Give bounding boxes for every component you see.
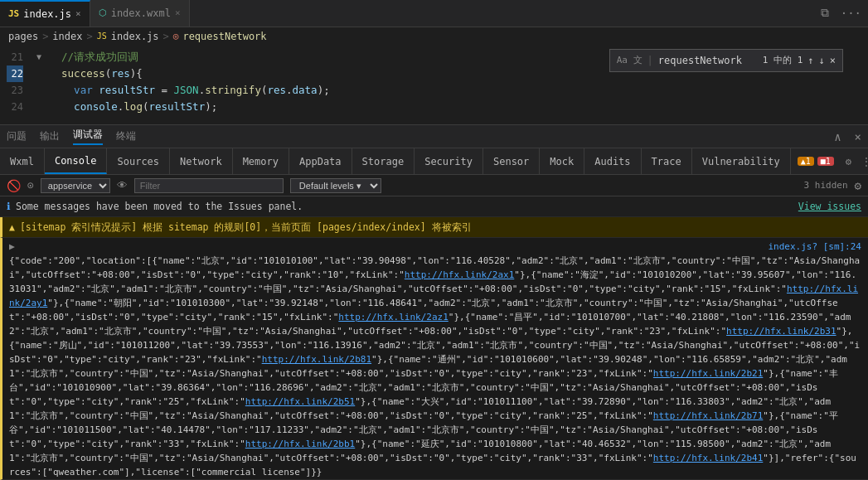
line-numbers: 21 22 23 24 [0,46,33,124]
console-settings-icon[interactable]: ⚙ [855,179,861,192]
error-badge: ■1 [817,157,834,166]
tab-settings-btn[interactable]: ⚙ [841,156,856,167]
tab-more-btn[interactable]: ⋮ [856,156,868,167]
search-prev-button[interactable]: ↑ [807,55,813,66]
source-selector[interactable]: appservice [41,178,110,193]
tab-more-button[interactable]: ··· [834,7,868,20]
json-content: {"code":"200","location":[{"name":"北京","… [9,254,861,478]
tab-wxml-label: index.wxml [111,7,171,19]
tab-memory[interactable]: Memory [233,148,289,174]
console-toolbar: 🚫 ⊙ appservice 👁 Default levels ▾ 3 hidd… [0,175,868,196]
tab-js-close[interactable]: × [75,8,81,19]
log-level-select[interactable]: Default levels ▾ [290,178,381,193]
tab-mock[interactable]: Mock [540,148,584,174]
breadcrumb: pages > index > JS index.js > ◎ requestN… [0,27,868,46]
code-line-23: var resultStr = JSON.stringify(res.data)… [49,82,868,99]
clear-console-button[interactable]: 🚫 [7,179,21,192]
view-issues-link[interactable]: View issues [798,199,861,214]
console-warning-msg: ▲ [sitemap 索引情况提示] 根据 sitemap 的规则[0]，当前页… [0,217,868,238]
code-editor: 21 22 23 24 ▼ //请求成功回调 success(res){ var… [0,46,868,124]
js-icon: JS [8,8,19,19]
eye-icon[interactable]: 👁 [117,179,128,192]
search-label: Aa 文 [617,54,643,66]
code-line-24: console.log(resultStr); [49,99,868,115]
devtools-close-button[interactable]: × [855,130,861,143]
search-close-button[interactable]: × [830,55,836,66]
tab-console[interactable]: Console [45,148,108,174]
tab-index-wxml[interactable]: ⬡ index.wxml × [90,0,190,27]
tab-sensor[interactable]: Sensor [483,148,540,174]
info-text: Some messages have been moved to the Iss… [16,199,790,214]
console-messages[interactable]: ℹ Some messages have been moved to the I… [0,196,868,480]
editor-search-box: Aa 文 | 1 中的 1 ↑ ↓ × [609,49,843,72]
breadcrumb-sep2: > [86,31,92,42]
tab-network[interactable]: Network [170,148,233,174]
wxml-icon: ⬡ [99,7,107,18]
hidden-count: 3 hidden [804,180,848,191]
breadcrumb-func-icon: ◎ [173,31,179,41]
json-source-ref[interactable]: index.js? [sm]:24 [768,240,861,254]
json-data-block[interactable]: ▶ index.js? [sm]:24 {"code":"200","locat… [0,238,868,480]
tab-js-label: index.js [23,8,71,20]
tab-audits[interactable]: Audits [584,148,641,174]
devtools-tab-output[interactable]: 输出 [40,129,60,143]
devtools-top-bar: 问题 输出 调试器 终端 ∧ × [0,125,868,148]
breadcrumb-func-name: requestNetwork [182,31,266,42]
tab-trace[interactable]: Trace [642,148,692,174]
breadcrumb-sep3: > [163,31,169,42]
console-info-msg: ℹ Some messages have been moved to the I… [0,196,868,217]
warning-icon: ▲ [9,220,15,235]
search-sep: | [647,55,653,66]
top-level-icon: ⊙ [27,179,34,192]
tab-appdata[interactable]: AppData [289,148,352,174]
search-next-button[interactable]: ↓ [819,55,825,66]
tab-vulnerability[interactable]: Vulnerability [692,148,791,174]
warning-badge: ▲1 [798,157,814,166]
tab-wxml[interactable]: Wxml [0,148,45,174]
info-icon: ℹ [7,199,11,214]
devtools-panel: 问题 输出 调试器 终端 ∧ × Wxml Console Sources Ne… [0,124,868,480]
search-input[interactable] [658,55,758,66]
js-breadcrumb-icon: JS [97,32,107,41]
tab-storage[interactable]: Storage [352,148,415,174]
search-count: 1 中的 1 [763,54,803,66]
devtools-tab-terminal[interactable]: 终端 [116,129,136,143]
breadcrumb-pages: pages [8,31,38,42]
tab-wxml-close[interactable]: × [175,7,181,18]
devtools-tab-debugger[interactable]: 调试器 [73,128,103,145]
devtools-tab-issues[interactable]: 问题 [7,129,27,143]
breadcrumb-sep1: > [42,31,48,42]
devtools-collapse-button[interactable]: ∧ [834,130,841,143]
console-filter-input[interactable] [134,178,284,193]
tab-sources[interactable]: Sources [107,148,170,174]
breadcrumb-indexjs: index.js [111,31,159,42]
tab-bar: JS index.js × ⬡ index.wxml × ⧉ ··· [0,0,868,27]
expand-arrow-icon: ▶ [9,240,15,252]
warning-text: [sitemap 索引情况提示] 根据 sitemap 的规则[0]，当前页面 … [20,220,861,235]
breadcrumb-index: index [52,31,82,42]
tab-split-button[interactable]: ⧉ [816,6,834,20]
console-tabs: Wxml Console Sources Network Memory AppD… [0,148,868,175]
fold-column: ▼ [33,46,45,124]
tab-index-js[interactable]: JS index.js × [0,0,90,27]
tab-badges: ▲1 ■1 [791,157,841,166]
tab-security[interactable]: Security [415,148,483,174]
